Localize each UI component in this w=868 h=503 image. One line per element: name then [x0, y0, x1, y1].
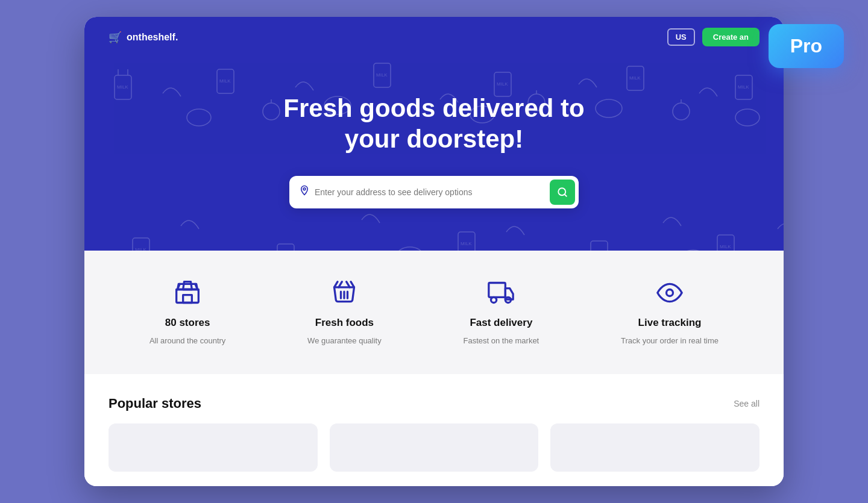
svg-point-57 [303, 188, 306, 190]
popular-title: Popular stores [108, 396, 201, 411]
feature-tracking: Live tracking Track your order in real t… [621, 280, 719, 345]
store-card-1[interactable] [108, 423, 318, 472]
store-icon [174, 280, 201, 310]
svg-rect-6 [374, 63, 391, 87]
svg-rect-10 [627, 66, 644, 90]
create-account-button[interactable]: Create an [702, 28, 760, 46]
search-button[interactable] [550, 180, 575, 205]
svg-rect-25 [133, 238, 149, 251]
delivery-subtitle: Fastest on the market [464, 336, 539, 345]
svg-text:MILK: MILK [593, 250, 605, 251]
hero-heading: Fresh goods delivered to your doorstep! [253, 93, 615, 154]
truck-icon [488, 280, 514, 310]
svg-point-36 [397, 247, 423, 251]
svg-rect-29 [458, 232, 475, 251]
features-section: 80 stores All around the country Fresh f… [84, 251, 784, 374]
see-all-link[interactable]: See all [734, 399, 760, 408]
tracking-subtitle: Track your order in real time [621, 336, 719, 345]
pro-badge: Pro [769, 24, 844, 68]
hero-section: MILK MILK MILK MILK MILK MILK [84, 57, 784, 251]
store-card-3[interactable] [550, 423, 760, 472]
logo-icon: 🛒 [108, 31, 122, 44]
stores-title: 80 stores [165, 317, 210, 329]
svg-text:MILK: MILK [497, 81, 508, 87]
navbar: 🛒 ontheshelf. US Create an [84, 17, 784, 57]
svg-point-65 [667, 289, 673, 296]
stores-subtitle: All around the country [149, 336, 225, 345]
tracking-title: Live tracking [638, 317, 702, 329]
svg-point-63 [491, 297, 497, 302]
hero-heading-line1: Fresh goods delivered to [283, 94, 584, 122]
svg-text:MILK: MILK [720, 244, 731, 249]
address-input[interactable] [315, 187, 550, 197]
svg-rect-27 [277, 244, 294, 251]
fresh-subtitle: We guarantee quality [307, 336, 382, 345]
svg-point-38 [680, 250, 706, 251]
delivery-title: Fast delivery [470, 317, 532, 329]
svg-text:MILK: MILK [738, 84, 749, 90]
hero-heading-line2: your doorstep! [345, 125, 523, 153]
svg-rect-31 [591, 241, 608, 251]
svg-rect-62 [489, 283, 506, 297]
store-card-2[interactable] [330, 423, 539, 472]
svg-rect-4 [217, 69, 234, 93]
location-pin-icon [299, 185, 310, 199]
svg-text:MILK: MILK [376, 72, 388, 78]
feature-fresh: Fresh foods We guarantee quality [307, 280, 382, 345]
app-container: 🛒 ontheshelf. US Create an MILK MILK MIL… [84, 17, 784, 486]
feature-delivery: Fast delivery Fastest on the market [464, 280, 539, 345]
nav-right: US Create an [667, 28, 760, 46]
popular-header: Popular stores See all [108, 396, 760, 411]
address-search-bar [289, 176, 579, 208]
basket-icon [331, 280, 357, 310]
logo: 🛒 ontheshelf. [108, 31, 178, 44]
svg-rect-8 [494, 72, 511, 96]
feature-stores: 80 stores All around the country [149, 280, 225, 345]
svg-rect-61 [183, 295, 192, 303]
svg-text:MILK: MILK [117, 84, 128, 90]
language-button[interactable]: US [667, 28, 695, 46]
fresh-title: Fresh foods [315, 317, 374, 329]
svg-line-59 [564, 194, 566, 196]
svg-text:MILK: MILK [135, 247, 146, 251]
svg-text:MILK: MILK [629, 75, 641, 81]
logo-text: ontheshelf. [127, 32, 178, 43]
popular-stores-section: Popular stores See all [84, 374, 784, 486]
stores-row [108, 423, 760, 472]
svg-rect-60 [177, 289, 199, 302]
eye-icon [656, 280, 683, 310]
svg-text:MILK: MILK [461, 241, 472, 246]
hero-content: Fresh goods delivered to your doorstep! [108, 93, 760, 208]
pro-badge-label: Pro [790, 35, 822, 57]
svg-rect-33 [717, 235, 734, 251]
svg-text:MILK: MILK [219, 78, 231, 84]
